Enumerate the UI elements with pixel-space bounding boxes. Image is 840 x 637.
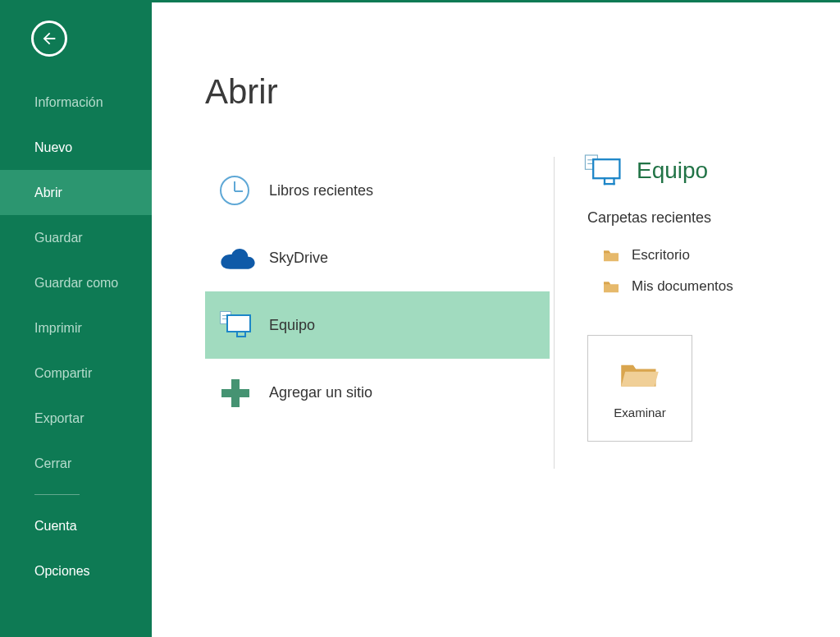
recent-folder-label: Escritorio	[632, 247, 690, 264]
sidebar-item-new[interactable]: Nuevo	[0, 125, 152, 170]
back-button[interactable]	[31, 21, 67, 57]
location-label: Equipo	[269, 317, 315, 334]
back-arrow-icon	[40, 30, 58, 48]
computer-icon	[587, 157, 622, 185]
folder-open-icon	[619, 358, 661, 391]
browse-label: Examinar	[614, 406, 665, 419]
column-separator	[554, 157, 555, 469]
sidebar-item-options[interactable]: Opciones	[0, 548, 152, 593]
sidebar-item-open[interactable]: Abrir	[0, 170, 152, 215]
sidebar-item-save[interactable]: Guardar	[0, 215, 152, 260]
clock-icon	[220, 176, 269, 205]
open-columns: Libros recientes SkyDrive Equipo Agregar…	[205, 157, 840, 469]
locations-list: Libros recientes SkyDrive Equipo Agregar…	[205, 157, 550, 469]
location-add-place[interactable]: Agregar un sitio	[205, 359, 550, 426]
sidebar-item-label: Exportar	[34, 411, 84, 426]
backstage-sidebar: Información Nuevo Abrir Guardar Guardar …	[0, 2, 152, 637]
location-detail-pane: Equipo Carpetas recientes Escritorio Mis…	[587, 157, 833, 469]
location-label: Agregar un sitio	[269, 384, 372, 401]
location-label: Libros recientes	[269, 182, 373, 199]
sidebar-item-print[interactable]: Imprimir	[0, 305, 152, 351]
recent-folder-my-documents[interactable]: Mis documentos	[587, 271, 833, 302]
sidebar-item-info[interactable]: Información	[0, 80, 152, 125]
sidebar-divider	[34, 494, 80, 495]
browse-button[interactable]: Examinar	[587, 335, 692, 442]
location-label: SkyDrive	[269, 250, 328, 267]
folder-icon	[602, 279, 620, 294]
sidebar-item-account[interactable]: Cuenta	[0, 503, 152, 548]
computer-icon	[220, 311, 269, 339]
sidebar-item-label: Información	[34, 95, 103, 110]
sidebar-item-label: Abrir	[34, 186, 62, 200]
recent-folders-heading: Carpetas recientes	[587, 209, 833, 227]
location-computer[interactable]: Equipo	[205, 291, 550, 359]
location-recent-workbooks[interactable]: Libros recientes	[205, 157, 550, 224]
sidebar-item-label: Guardar como	[34, 276, 118, 291]
sidebar-item-export[interactable]: Exportar	[0, 396, 152, 441]
detail-heading: Equipo	[587, 157, 833, 185]
sidebar-item-close[interactable]: Cerrar	[0, 441, 152, 486]
recent-folder-desktop[interactable]: Escritorio	[587, 240, 833, 271]
sidebar-item-label: Cuenta	[34, 519, 77, 534]
sidebar-item-label: Imprimir	[34, 321, 82, 336]
sidebar-item-label: Guardar	[34, 231, 83, 245]
sidebar-item-label: Nuevo	[34, 140, 72, 155]
sidebar-item-label: Opciones	[34, 564, 90, 579]
location-skydrive[interactable]: SkyDrive	[205, 224, 550, 291]
detail-heading-label: Equipo	[637, 158, 708, 184]
sidebar-item-label: Compartir	[34, 366, 92, 381]
recent-folder-label: Mis documentos	[632, 278, 733, 295]
sidebar-item-share[interactable]: Compartir	[0, 351, 152, 396]
main-pane: Abrir Libros recientes SkyDrive Equipo	[152, 2, 840, 637]
sidebar-item-label: Cerrar	[34, 456, 71, 471]
cloud-icon	[220, 245, 269, 270]
sidebar-item-save-as[interactable]: Guardar como	[0, 260, 152, 305]
folder-icon	[602, 248, 620, 263]
page-title: Abrir	[205, 72, 840, 112]
plus-icon	[220, 378, 269, 407]
